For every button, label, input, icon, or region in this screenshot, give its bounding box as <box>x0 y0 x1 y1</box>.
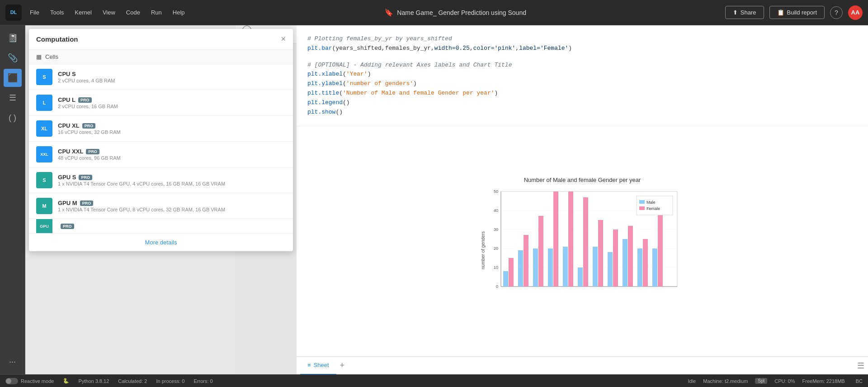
sidebar-icon-notebook[interactable]: 📓 <box>4 29 22 47</box>
build-report-button[interactable]: 📋 Build report <box>769 6 825 19</box>
sidebar-icon-more[interactable]: ··· <box>4 353 22 371</box>
bar-m-0 <box>503 271 508 287</box>
computation-box: Computation × ▦ Cells S CPU S 2 vCP <box>29 29 293 251</box>
cells-icon: ▦ <box>36 53 42 60</box>
code-ylabel: plt.ylabel <box>307 80 343 87</box>
cpu-item-gpu-m[interactable]: M GPU M PRO 1 x NVIDIA T4 Tensor Core GP… <box>29 193 293 219</box>
computation-header: Computation × <box>29 29 293 50</box>
y-axis-label: number of genders <box>481 231 486 269</box>
menu-kernel[interactable]: Kernel <box>74 7 93 18</box>
notebook-title: Name Game_ Gender Prediction using Sound <box>397 9 526 16</box>
app-logo: DL <box>5 5 22 21</box>
pro-badge-gpu-m: PRO <box>80 201 94 206</box>
pro-badge-gpu-next: PRO <box>61 224 74 229</box>
legend-box <box>637 196 673 215</box>
python-version: Python 3.8.12 <box>78 378 109 384</box>
add-tab-button[interactable]: + <box>336 361 349 370</box>
computation-panel: Computation × ▦ Cells S CPU S 2 vCP <box>25 25 297 374</box>
y-tick-40: 40 <box>494 208 498 213</box>
y-tick-30: 30 <box>494 227 498 232</box>
code-line-5: plt.xlabel('Year') <box>307 70 857 79</box>
share-icon: ⬆ <box>733 9 738 16</box>
menu-file[interactable]: File <box>29 7 40 18</box>
gpu-next-name: PRO <box>58 224 286 229</box>
reactive-mode-toggle[interactable]: Reactive mode <box>5 378 54 384</box>
sidebar-icon-attach[interactable]: 📎 <box>4 49 22 67</box>
code-line-6: plt.ylabel('number of genders') <box>307 79 857 89</box>
code-line-7: plt.title('Number of Male and female Gen… <box>307 89 857 98</box>
cpu-xl-name-text: CPU XL <box>58 122 80 129</box>
gpu-m-name: GPU M PRO <box>58 200 286 206</box>
bar-f-8 <box>628 226 633 287</box>
cpu-xxl-info: CPU XXL PRO 48 vCPU cores, 96 GB RAM <box>58 148 286 161</box>
tab-sheet[interactable]: ≡ Sheet <box>300 357 336 375</box>
legend-female-color <box>639 206 645 210</box>
code-xlabel: plt.xlabel <box>307 71 343 77</box>
calculated-label: Calculated: 2 <box>118 378 147 384</box>
menu-run[interactable]: Run <box>150 7 163 18</box>
errors-label: Errors: 0 <box>193 378 212 384</box>
y-tick-50: 50 <box>494 189 498 194</box>
cpu-item-gpu-next[interactable]: GPU PRO <box>29 219 293 234</box>
code-legend: plt.legend <box>307 99 343 106</box>
idle-label: Idle <box>688 378 696 384</box>
pro-badge-cpu-xxl: PRO <box>86 149 99 154</box>
in-process-label: In process: 0 <box>156 378 184 384</box>
bar-m-3 <box>548 248 553 287</box>
cpu-xxl-badge: XXL <box>36 146 52 162</box>
reactive-mode-label: Reactive mode <box>21 378 54 384</box>
help-label: ? <box>835 9 838 16</box>
menu-code[interactable]: Code <box>125 7 141 18</box>
cpu-item-cpu-l[interactable]: L CPU L PRO 2 vCPU cores, 16 GB RAM <box>29 90 293 116</box>
chart-container: Number of Male and female Gender per yea… <box>478 177 686 306</box>
build-icon: 📋 <box>777 9 784 16</box>
code-xlabel-end: ) <box>368 71 371 77</box>
code-title: plt.title <box>307 90 339 96</box>
more-details-link[interactable]: More details <box>29 234 293 251</box>
menu-view[interactable]: View <box>102 7 116 18</box>
notebook-title-area: 🔖 Name Game_ Gender Prediction using Sou… <box>186 8 725 17</box>
cpu-l-name-text: CPU L <box>58 96 75 103</box>
bar-f-9 <box>643 239 648 287</box>
gpu-next-badge: GPU <box>36 219 52 234</box>
gpu-m-info: GPU M PRO 1 x NVIDIA T4 Tensor Core GPU,… <box>58 200 286 212</box>
sidebar-icon-chip[interactable]: ⬛ <box>4 69 22 87</box>
notebook-panel: 🗑 ar outputs ▼ Computation × ▦ C <box>25 25 297 374</box>
code-show: plt.show <box>307 109 335 115</box>
menu-tools[interactable]: Tools <box>49 7 65 18</box>
code-comma-2: , <box>515 45 519 52</box>
cpu-s-info: CPU S 2 vCPU cores, 4 GB RAM <box>58 71 286 83</box>
bar-f-5 <box>583 197 588 287</box>
help-button[interactable]: ? <box>830 6 843 19</box>
user-avatar[interactable]: AA <box>848 5 863 20</box>
cpu-l-badge: L <box>36 95 52 111</box>
cpu-item-gpu-s[interactable]: S GPU S PRO 1 x NVIDIA T4 Tensor Core GP… <box>29 167 293 193</box>
code-ylabel-p: ( <box>343 80 346 87</box>
left-sidebar: 📓 📎 ⬛ ☰ ( ) ··· <box>0 25 25 374</box>
share-button[interactable]: ⬆ Share <box>725 6 764 19</box>
topbar: DL File Tools Kernel View Code Run Help … <box>0 0 868 25</box>
cpu-label: CPU: 0% <box>774 378 795 384</box>
toggle-switch[interactable] <box>5 378 18 384</box>
cpu-item-cpu-s[interactable]: S CPU S 2 vCPU cores, 4 GB RAM <box>29 64 293 90</box>
gpu-s-name-text: GPU S <box>58 174 76 181</box>
pro-badge-cpu-l: PRO <box>78 97 92 103</box>
menu-help[interactable]: Help <box>172 7 186 18</box>
user-initials: AA <box>851 9 860 16</box>
code-legend-parens: () <box>343 99 350 106</box>
gpu-s-badge: S <box>36 172 52 188</box>
cpu-item-cpu-xxl[interactable]: XXL CPU XXL PRO 48 vCPU cores, 96 GB RAM <box>29 142 293 167</box>
tab-menu-button[interactable]: ☰ <box>857 361 864 371</box>
sidebar-icon-list[interactable]: ☰ <box>4 89 22 107</box>
code-blank <box>307 53 857 61</box>
topbar-actions: ⬆ Share 📋 Build report ? AA <box>725 5 863 20</box>
code-title-end: ) <box>495 90 498 96</box>
bar-f-2 <box>538 216 543 287</box>
close-computation-button[interactable]: × <box>281 34 286 44</box>
toggle-knob <box>6 378 11 384</box>
gpu-m-specs: 1 x NVIDIA T4 Tensor Core GPU, 8 vCPU co… <box>58 207 286 212</box>
cpu-item-cpu-xl[interactable]: XL CPU XL PRO 16 vCPU cores, 32 GB RAM <box>29 116 293 142</box>
cpu-xxl-specs: 48 vCPU cores, 96 GB RAM <box>58 155 286 161</box>
build-report-label: Build report <box>787 9 817 16</box>
sidebar-icon-variable[interactable]: ( ) <box>4 109 22 127</box>
